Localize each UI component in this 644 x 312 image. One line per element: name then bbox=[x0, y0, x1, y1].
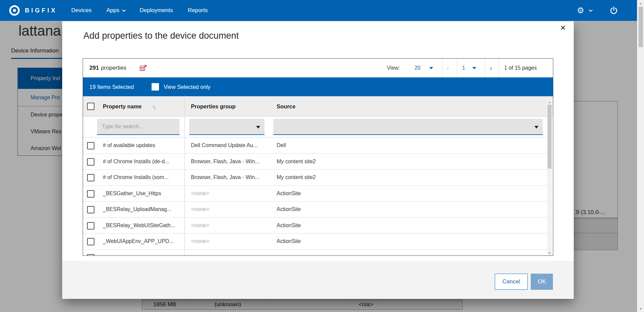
properties-count: 291properties bbox=[89, 59, 126, 77]
current-page[interactable]: 1 bbox=[462, 59, 465, 77]
divider bbox=[442, 59, 442, 77]
nav-menu: Devices Apps Deployments Reports bbox=[71, 7, 208, 14]
row-checkbox[interactable] bbox=[87, 238, 94, 245]
page-count-text: 1 of 15 pages bbox=[504, 59, 537, 77]
scroll-down-icon[interactable]: ▼ bbox=[637, 307, 644, 311]
browser-scrollbar[interactable]: ▲ ▼ bbox=[637, 0, 644, 312]
table-row[interactable]: _WebUIAppEnv_APP_UPD... <none> ActionSit… bbox=[83, 234, 553, 250]
table-row[interactable]: # of available updates Dell Command Upda… bbox=[83, 138, 553, 154]
view-selected-only-label: View Selected only bbox=[164, 77, 210, 96]
source-cell: Dell bbox=[277, 142, 286, 148]
cancel-button[interactable]: Cancel bbox=[495, 274, 528, 290]
modal-footer: Cancel OK bbox=[62, 261, 574, 299]
row-checkbox[interactable] bbox=[87, 142, 94, 149]
column-source[interactable]: Source bbox=[277, 96, 295, 116]
table-row[interactable]: # of Chrome Installs (som... Browser, Fl… bbox=[83, 170, 553, 186]
table-row-partial bbox=[83, 250, 553, 255]
row-checkbox[interactable] bbox=[87, 174, 94, 181]
next-page-button[interactable]: › bbox=[490, 59, 492, 77]
brand-text: BIGFIX bbox=[25, 7, 57, 14]
scroll-down-icon[interactable]: ▼ bbox=[547, 251, 552, 255]
prev-page-button[interactable]: ‹ bbox=[447, 59, 449, 77]
column-property-name[interactable]: Property name bbox=[103, 96, 142, 116]
table-row[interactable]: _BESRelay_UploadManag... <none> ActionSi… bbox=[83, 202, 553, 218]
selection-bar: 19 Items Selected View Selected only bbox=[83, 77, 553, 96]
properties-group-cell: Browser, Flash, Java - Win... bbox=[191, 174, 259, 180]
properties-group-cell: Dell Command Update Au... bbox=[191, 142, 257, 148]
table-header: Property name ↑↓ Properties group Source bbox=[83, 96, 553, 116]
table-row[interactable]: _BESGather_Use_Https <none> ActionSite bbox=[83, 186, 553, 202]
scroll-up-icon[interactable]: ▲ bbox=[637, 1, 644, 5]
property-name-cell: # of Chrome Installs (som... bbox=[103, 174, 169, 180]
source-cell: ActionSite bbox=[277, 190, 301, 197]
source-cell: ActionSite bbox=[277, 222, 301, 229]
table-row[interactable]: _BESRelay_WebUISiteGath... <none> Action… bbox=[83, 218, 553, 234]
bigfix-logo-icon[interactable] bbox=[8, 4, 21, 17]
column-divider bbox=[185, 96, 185, 256]
source-cell: My content site2 bbox=[277, 159, 316, 165]
row-checkbox[interactable] bbox=[87, 222, 94, 230]
search-input[interactable] bbox=[97, 119, 179, 135]
table-toolbar: 291properties View: 20 ‹ 1 bbox=[83, 59, 553, 77]
scrollbar-thumb[interactable] bbox=[639, 7, 643, 47]
row-checkbox[interactable] bbox=[87, 158, 94, 166]
table-rows: # of available updates Dell Command Upda… bbox=[83, 138, 553, 250]
divider bbox=[499, 59, 499, 77]
remove-properties-icon[interactable] bbox=[139, 64, 147, 72]
close-icon[interactable]: ✕ bbox=[558, 23, 568, 33]
row-checkbox[interactable] bbox=[87, 190, 94, 198]
scroll-up-icon[interactable]: ▲ bbox=[547, 100, 552, 104]
source-filter-dropdown[interactable] bbox=[273, 119, 543, 135]
properties-table: 291properties View: 20 ‹ 1 bbox=[83, 58, 553, 256]
dropdown-caret-icon bbox=[534, 126, 538, 129]
nav-item-deployments[interactable]: Deployments bbox=[139, 7, 173, 14]
modal-title: Add properties to the device document bbox=[83, 31, 239, 41]
top-navbar: BIGFIX Devices Apps Deployments Reports … bbox=[0, 0, 644, 21]
property-name-cell: # of Chrome Installs (de-d... bbox=[103, 159, 169, 165]
properties-group-cell: <none> bbox=[191, 222, 209, 229]
select-all-checkbox[interactable] bbox=[87, 103, 94, 110]
chevron-down-icon bbox=[122, 8, 126, 12]
nav-item-reports[interactable]: Reports bbox=[188, 7, 208, 14]
chevron-down-icon[interactable] bbox=[472, 67, 476, 69]
properties-group-cell: Browser, Flash, Java - Win... bbox=[191, 159, 259, 165]
power-icon[interactable] bbox=[610, 6, 618, 14]
gear-icon[interactable]: ⚙ bbox=[577, 6, 584, 14]
properties-group-cell: <none> bbox=[191, 206, 209, 212]
ok-button[interactable]: OK bbox=[531, 274, 553, 290]
property-name-cell: # of available updates bbox=[103, 142, 155, 148]
filter-row bbox=[83, 116, 553, 138]
items-selected-text: 19 Items Selected bbox=[89, 77, 134, 96]
nav-right-controls: ⚙ bbox=[577, 6, 618, 14]
properties-group-cell: <none> bbox=[191, 190, 209, 197]
row-checkbox[interactable] bbox=[87, 254, 94, 255]
source-cell: ActionSite bbox=[277, 238, 301, 244]
sort-icon[interactable]: ↑↓ bbox=[152, 96, 155, 116]
properties-group-cell: <none> bbox=[191, 238, 209, 244]
add-properties-modal: ✕ Add properties to the device document … bbox=[62, 21, 574, 299]
chevron-down-icon[interactable] bbox=[429, 67, 433, 69]
column-properties-group[interactable]: Properties group bbox=[191, 96, 236, 116]
row-checkbox[interactable] bbox=[87, 206, 94, 213]
table-row[interactable]: # of Chrome Installs (de-d... Browser, F… bbox=[83, 154, 553, 170]
property-name-cell: _BESRelay_WebUISiteGath... bbox=[103, 222, 175, 229]
source-cell: My content site2 bbox=[277, 174, 316, 180]
view-page-size[interactable]: 20 bbox=[414, 59, 420, 77]
group-filter-dropdown[interactable] bbox=[189, 119, 265, 135]
property-name-cell: _BESRelay_UploadManag... bbox=[103, 206, 171, 212]
dropdown-caret-icon bbox=[256, 126, 260, 129]
scrollbar-thumb[interactable] bbox=[548, 105, 552, 169]
divider bbox=[457, 59, 457, 77]
table-scrollbar[interactable]: ▲ ▼ bbox=[547, 100, 552, 255]
nav-item-devices[interactable]: Devices bbox=[71, 7, 91, 14]
property-name-cell: _BESGather_Use_Https bbox=[103, 190, 161, 197]
view-label: View: bbox=[387, 59, 400, 77]
divider bbox=[485, 59, 485, 77]
view-selected-only-checkbox[interactable] bbox=[152, 83, 159, 91]
property-name-cell: _WebUIAppEnv_APP_UPD... bbox=[103, 238, 173, 244]
nav-item-apps[interactable]: Apps bbox=[106, 7, 125, 14]
screen: lattana Device Information Property Ind … bbox=[0, 0, 644, 312]
source-cell: ActionSite bbox=[277, 206, 301, 212]
chevron-down-icon[interactable] bbox=[589, 8, 593, 12]
